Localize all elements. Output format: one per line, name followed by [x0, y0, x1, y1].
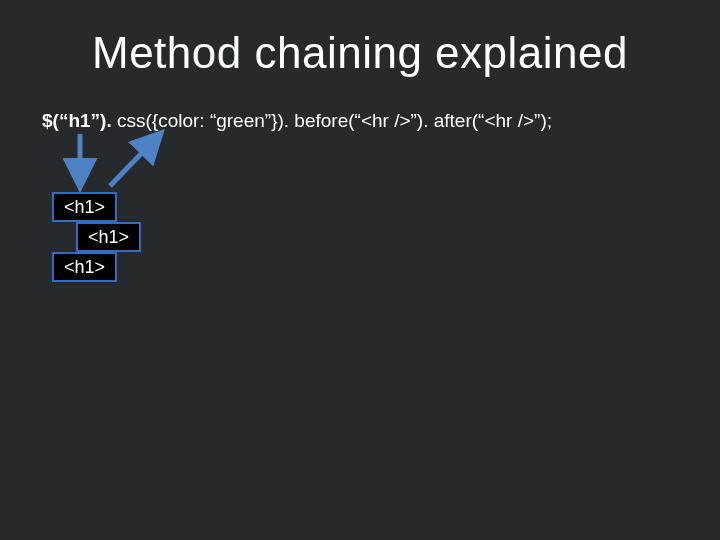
slide-title: Method chaining explained: [0, 28, 720, 78]
code-selector-bold: $(“h1”).: [42, 110, 112, 131]
svg-line-1: [110, 134, 160, 186]
slide: Method chaining explained $(“h1”). css({…: [0, 0, 720, 540]
h1-box-1: <h1>: [52, 192, 117, 222]
code-rest: css({color: “green”}). before(“<hr />”).…: [112, 110, 552, 131]
h1-box-3: <h1>: [52, 252, 117, 282]
code-line: $(“h1”). css({color: “green”}). before(“…: [42, 110, 552, 132]
h1-box-2: <h1>: [76, 222, 141, 252]
